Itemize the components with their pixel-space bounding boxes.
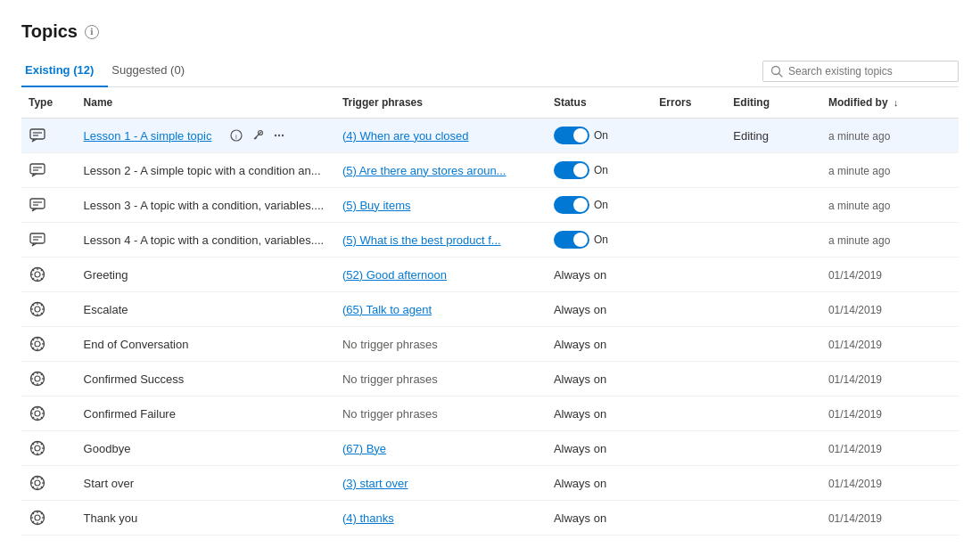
type-cell: [21, 327, 77, 362]
modified-cell: 01/14/2019: [821, 431, 959, 466]
trigger-cell: (4) When are you closed: [335, 119, 547, 153]
status-cell: On: [547, 119, 652, 153]
trigger-phrase-link[interactable]: (65) Talk to agent: [342, 303, 432, 316]
status-cell: On: [547, 188, 652, 223]
system-topic-icon: [29, 509, 46, 527]
row-info-icon[interactable]: i: [227, 127, 245, 144]
col-modified[interactable]: Modified by ↓: [821, 87, 959, 119]
topic-name-link[interactable]: Lesson 1 - A simple topic: [84, 129, 212, 143]
name-cell: Lesson 4 - A topic with a condition, var…: [77, 223, 335, 258]
svg-line-1: [779, 74, 783, 78]
type-cell: [21, 153, 77, 188]
topic-name-text: Confirmed Success: [84, 372, 185, 386]
toggle-wrap: On: [554, 127, 645, 144]
sort-icon: ↓: [894, 97, 899, 108]
modified-cell: 01/14/2019: [821, 362, 959, 397]
tab-existing[interactable]: Existing (12): [21, 56, 108, 87]
trigger-cell: (5) Buy items: [335, 188, 547, 223]
search-icon: [770, 65, 783, 78]
toggle-label: On: [594, 233, 608, 246]
type-cell: [21, 188, 77, 223]
status-always-on: Always on: [554, 268, 606, 282]
svg-rect-2: [30, 129, 45, 139]
errors-cell: [652, 327, 726, 362]
errors-cell: [652, 223, 726, 258]
status-toggle[interactable]: [554, 161, 589, 179]
status-cell: On: [547, 153, 652, 188]
type-cell: [21, 466, 77, 501]
trigger-phrase-link[interactable]: (5) What is the best product f...: [342, 233, 501, 247]
svg-rect-13: [30, 164, 45, 174]
topic-name-text: Escalate: [84, 303, 128, 316]
row-pin-icon[interactable]: [249, 127, 267, 144]
chat-topic-icon: [29, 196, 46, 214]
topic-name-text: Start over: [84, 477, 134, 490]
topic-name-text: Thank you: [84, 511, 138, 525]
toggle-label: On: [594, 129, 608, 142]
search-box[interactable]: [762, 61, 959, 82]
trigger-phrase-link[interactable]: (4) When are you closed: [342, 129, 469, 143]
trigger-cell: (52) Good afternoon: [335, 258, 547, 292]
name-cell: Start over: [77, 466, 335, 501]
trigger-cell: No trigger phrases: [335, 327, 547, 362]
system-topic-icon: [29, 439, 46, 457]
modified-cell: 01/14/2019: [821, 466, 959, 501]
status-cell: Always on: [547, 397, 652, 431]
status-toggle[interactable]: [554, 127, 589, 144]
table-row: Thank you(4) thanksAlways on01/14/2019: [21, 501, 959, 536]
name-cell: Escalate: [77, 292, 335, 327]
modified-date: a minute ago: [828, 130, 890, 143]
modified-cell: a minute ago: [821, 223, 959, 258]
modified-cell: 01/14/2019: [821, 397, 959, 431]
editing-cell: [726, 397, 821, 431]
topic-name-text: Lesson 4 - A topic with a condition, var…: [84, 233, 325, 247]
type-cell: [21, 501, 77, 536]
table-row: Confirmed FailureNo trigger phrasesAlway…: [21, 397, 959, 431]
table-row: Greeting(52) Good afternoonAlways on01/1…: [21, 258, 959, 292]
trigger-cell: No trigger phrases: [335, 362, 547, 397]
editing-cell: [726, 327, 821, 362]
modified-date: 01/14/2019: [828, 478, 882, 490]
modified-date: a minute ago: [828, 165, 890, 177]
tab-suggested[interactable]: Suggested (0): [108, 56, 199, 87]
modified-cell: 01/14/2019: [821, 327, 959, 362]
svg-point-33: [35, 307, 40, 312]
status-toggle[interactable]: [554, 231, 589, 249]
status-toggle[interactable]: [554, 196, 589, 214]
status-cell: Always on: [547, 362, 652, 397]
trigger-phrase-link[interactable]: (5) Are there any stores aroun...: [342, 164, 506, 177]
modified-date: 01/14/2019: [828, 304, 882, 316]
topic-name-text: Goodbye: [84, 442, 131, 455]
col-status: Status: [547, 87, 652, 119]
errors-cell: [652, 501, 726, 536]
trigger-phrase-link[interactable]: (67) Bye: [342, 442, 386, 455]
name-cell: Lesson 1 - A simple topici: [77, 119, 335, 153]
chat-topic-icon: [29, 127, 46, 144]
system-topic-icon: [29, 300, 46, 318]
svg-point-53: [35, 376, 40, 381]
trigger-phrase-link[interactable]: (3) start over: [342, 477, 408, 490]
row-more-icon[interactable]: [270, 127, 288, 144]
trigger-phrase-link[interactable]: (5) Buy items: [342, 199, 411, 212]
page-title: Topics: [21, 21, 78, 42]
editing-cell: [726, 258, 821, 292]
status-cell: Always on: [547, 327, 652, 362]
trigger-cell: No trigger phrases: [335, 397, 547, 431]
type-cell: [21, 258, 77, 292]
page-info-icon[interactable]: ℹ: [85, 25, 99, 39]
table-row: Lesson 1 - A simple topici(4) When are y…: [21, 119, 959, 153]
modified-cell: a minute ago: [821, 119, 959, 153]
modified-cell: a minute ago: [821, 153, 959, 188]
editing-cell: [726, 223, 821, 258]
trigger-phrase-link[interactable]: (4) thanks: [342, 511, 394, 525]
system-topic-icon: [29, 266, 46, 283]
col-errors: Errors: [652, 87, 726, 119]
trigger-phrase-link[interactable]: (52) Good afternoon: [342, 268, 447, 282]
search-input[interactable]: [788, 65, 951, 78]
modified-date: 01/14/2019: [828, 339, 882, 351]
status-always-on: Always on: [554, 511, 606, 525]
topics-table: Type Name Trigger phrases Status Errors …: [21, 87, 959, 536]
toggle-slider: [554, 196, 589, 214]
svg-rect-16: [30, 199, 45, 209]
col-editing: Editing: [726, 87, 821, 119]
